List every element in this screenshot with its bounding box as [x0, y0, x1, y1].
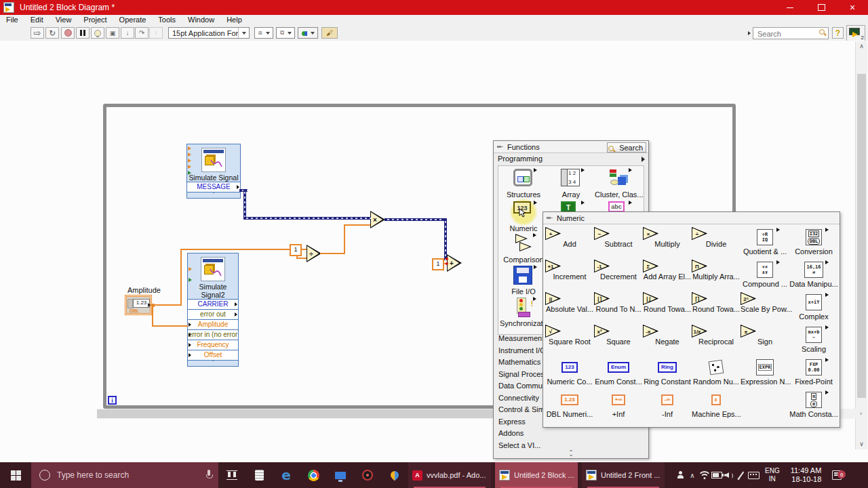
expand-chevron[interactable]: ˇ [187, 192, 240, 198]
simulate-signal2-block[interactable]: SimulateSignal2 CARRIERerror outAmplitud… [187, 253, 239, 367]
step-over-button[interactable]: ↷ [135, 27, 149, 39]
io-row[interactable]: Offset [188, 350, 238, 360]
palette-function-item[interactable]: +∞ +Inf [594, 390, 643, 422]
menu-item[interactable]: Edit [24, 15, 50, 25]
palette-function-item[interactable]: FXP0.00 Fixed-Point [789, 357, 838, 390]
calculator-button[interactable] [245, 462, 273, 488]
distribute-objects-dropdown[interactable]: ⧉ [276, 27, 295, 39]
palette-item-fileio[interactable]: File I/O [500, 266, 547, 296]
resize-objects-dropdown[interactable] [298, 27, 318, 39]
align-objects-dropdown[interactable]: ⧈ [254, 27, 273, 39]
vertical-scroll-thumb[interactable] [857, 74, 866, 398]
my-computer-button[interactable] [327, 462, 354, 488]
people-icon[interactable] [674, 472, 686, 478]
palette-function-item[interactable]: + Add [545, 227, 594, 260]
palette-function-item[interactable]: ± Sign [741, 325, 789, 357]
add-node[interactable]: + [447, 254, 462, 272]
volume-icon[interactable] [723, 471, 735, 479]
search-input[interactable] [756, 28, 816, 39]
menu-item[interactable]: Tools [152, 15, 182, 25]
pin-icon[interactable] [497, 144, 503, 150]
io-row[interactable]: Amplitude [188, 319, 238, 329]
palette-function-item[interactable]: Σ Add Array El... [643, 260, 692, 292]
palette-function-item[interactable]: ε Machine Eps... [692, 390, 741, 422]
font-selector[interactable]: 15pt Application Font [168, 27, 250, 39]
palette-item-structures[interactable]: Structures [500, 169, 547, 199]
palette-function-item[interactable]: ÷ Divide [692, 227, 741, 260]
palette-function-item[interactable]: Enum Enum Const... [594, 357, 643, 390]
multiply-node[interactable]: × [370, 211, 385, 228]
palette-function-item[interactable]: || Absolute Val... [545, 292, 594, 325]
palette-function-item[interactable]: ÷RIQ Quotient & ... [741, 227, 789, 260]
hidden-icons-chevron[interactable]: ∧ [686, 472, 698, 479]
palette-function-item[interactable]: -x Negate [643, 325, 692, 357]
wifi-icon[interactable] [698, 471, 711, 479]
numeric-constant[interactable]: 1 [290, 244, 302, 256]
amplitude-numeric-control[interactable]: 1.23 DBL [126, 296, 151, 314]
increment-decrement-icon[interactable] [127, 299, 133, 308]
taskbar-button-block-diagram[interactable]: Untitled 2 Block ... [495, 462, 578, 488]
language-indicator[interactable]: ENG IN [760, 467, 785, 483]
palette-item-synchronization[interactable]: ! Synchronizat... [500, 298, 547, 327]
palette-function-item[interactable]: Π Multiply Arra... [692, 260, 741, 292]
vertical-scrollbar[interactable]: ∧ ∨ [855, 41, 867, 449]
menu-item[interactable]: View [50, 15, 78, 25]
io-row[interactable]: error in (no error [188, 329, 238, 340]
palette-function-item[interactable] [741, 390, 789, 422]
clock[interactable]: 11:49 AM 18-10-18 [785, 466, 827, 484]
palette-function-item[interactable]: 1.23 DBL Numeri... [545, 390, 594, 422]
scroll-up-icon[interactable]: ∧ [856, 41, 867, 52]
io-row[interactable]: Frequency [188, 340, 238, 350]
palette-function-item[interactable]: x² Square [594, 325, 643, 357]
numeric-constant[interactable]: 1 [432, 258, 444, 270]
battery-icon[interactable] [711, 472, 723, 479]
palette-item-array[interactable]: 1 23 4 Array [547, 169, 595, 199]
menu-item[interactable]: Project [77, 15, 113, 25]
action-center-button[interactable]: 6 [827, 470, 847, 480]
chrome-button[interactable] [300, 462, 327, 488]
taskbar-button-pdf[interactable]: A vvvlab.pdf - Ado... [408, 462, 491, 488]
taskbar-search-input[interactable] [56, 470, 187, 481]
palette-search-button[interactable]: Search [607, 142, 646, 152]
maps-app-button[interactable] [381, 462, 408, 488]
retain-wire-values-button[interactable]: ▣ [106, 27, 119, 39]
palette-function-item[interactable]: 1/x Reciprocal [692, 325, 741, 357]
microphone-icon[interactable] [206, 470, 212, 481]
functions-palette-titlebar[interactable]: Functions Search [494, 141, 648, 153]
simulate-signal-block[interactable]: Simulate Signal MESSAGE ˇ [186, 144, 241, 199]
palette-function-item[interactable]: EXPR Expression N... [741, 357, 789, 390]
palette-function-item[interactable]: x+iY Complex [789, 292, 838, 325]
touch-keyboard-icon[interactable] [747, 472, 760, 479]
palette-function-item[interactable]: 2ⁿ Scale By Pow... [741, 292, 789, 325]
step-out-button[interactable]: ↑ [149, 27, 163, 39]
menu-item[interactable]: Operate [113, 15, 153, 25]
palette-function-item[interactable]: -∞ -Inf [643, 390, 692, 422]
palette-function-item[interactable]: √ Square Root [545, 325, 594, 357]
minimize-button[interactable] [774, 0, 806, 15]
taskbar-button-front-panel[interactable]: Untitled 2 Front ... [582, 462, 665, 488]
pause-button[interactable] [76, 27, 90, 39]
palette-item-numeric[interactable]: 123 Numeric [500, 201, 547, 232]
run-button[interactable]: ⇨ [31, 27, 44, 39]
palette-item-comparison[interactable]: Comparison [500, 234, 547, 264]
run-continuously-button[interactable]: ↻ [45, 27, 59, 39]
palette-function-item[interactable]: πe Math Consta... [789, 390, 838, 422]
context-help-button[interactable]: ? [832, 27, 844, 39]
search-options-icon[interactable] [748, 31, 751, 35]
palette-function-item[interactable]: ⌈⌉ Round Towa... [692, 292, 741, 325]
palette-function-item[interactable]: × Multiply [643, 227, 692, 260]
step-into-button[interactable]: ↓ [121, 27, 134, 39]
palette-function-item[interactable]: mx+b~ Scaling [789, 325, 838, 357]
scroll-right-icon[interactable]: › [855, 409, 867, 419]
taskbar-search[interactable] [31, 462, 218, 488]
close-button[interactable]: × [837, 0, 868, 15]
menu-item[interactable]: File [0, 15, 24, 25]
palette-function-item[interactable]: +×∧∨ Compound ... [741, 260, 789, 292]
pin-icon[interactable] [547, 215, 553, 221]
start-button[interactable] [0, 462, 31, 488]
io-row[interactable]: CARRIER [188, 299, 238, 309]
category-programming[interactable]: Programming [494, 153, 648, 164]
menu-item[interactable]: Help [220, 15, 248, 25]
palette-function-item[interactable]: − Subtract [594, 227, 643, 260]
pen-icon[interactable] [735, 471, 747, 479]
